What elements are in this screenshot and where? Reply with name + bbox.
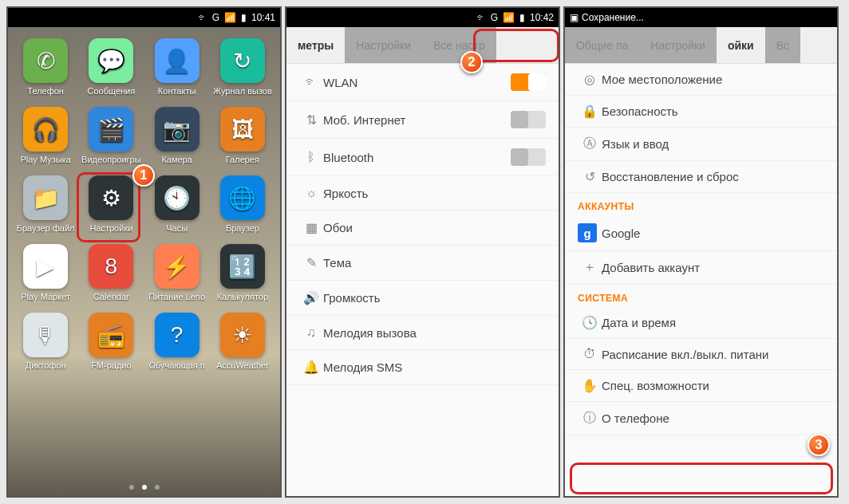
row-brightness[interactable]: ☼Яркость: [286, 176, 559, 211]
row-location[interactable]: ◎Мое местоположение: [565, 64, 837, 96]
wifi-icon: ᯤ: [198, 12, 207, 23]
app-label: Play Маркет: [21, 292, 70, 301]
app-video[interactable]: 🎬Видеопроигры: [78, 107, 144, 164]
row-reset[interactable]: ↺Восстановление и сброс: [565, 161, 837, 193]
bluetooth-icon: ᛒ: [299, 150, 323, 164]
settings-list[interactable]: ◎Мое местоположение🔒БезопасностьⒶЯзык и …: [565, 64, 837, 496]
app-calculator[interactable]: 🔢Калькулятор: [210, 244, 275, 301]
row-about-phone[interactable]: ⓘО телефоне: [565, 402, 837, 435]
app-tutorial[interactable]: ?Обучающая п: [144, 313, 210, 370]
row-language[interactable]: ⒶЯзык и ввод: [565, 128, 837, 161]
app-phone[interactable]: ✆Телефон: [13, 38, 78, 96]
app-label: Calendar: [93, 292, 129, 301]
app-fm-radio[interactable]: 📻FM-радио: [78, 313, 144, 370]
mobile-data-icon: ⇅: [299, 112, 323, 128]
row-label: Мелодия SMS: [323, 360, 546, 374]
row-schedule-power[interactable]: ⏱Расписание вкл./выкл. питани: [565, 339, 837, 370]
phone-screen-home: ᯤ G 📶 ▮ 10:41 ✆Телефон💬Сообщения👤Контакт…: [6, 6, 282, 498]
row-bluetooth[interactable]: ᛒBluetooth: [286, 139, 559, 176]
row-theme[interactable]: ✎Тема: [286, 246, 559, 281]
app-file-browser[interactable]: 📁Браузер файл: [13, 175, 78, 233]
row-mobile-data[interactable]: ⇅Моб. Интернет: [286, 101, 559, 139]
app-settings[interactable]: ⚙Настройки: [78, 175, 144, 233]
app-messages[interactable]: 💬Сообщения: [78, 38, 144, 96]
battery-icon: ▮: [519, 12, 525, 23]
row-date-time[interactable]: 🕓Дата и время: [565, 307, 837, 339]
app-label: Настройки: [89, 223, 132, 233]
app-gallery[interactable]: 🖼Галерея: [210, 107, 275, 164]
phone-screen-all-settings: ▣ Сохранение... Общие паНастройкиойкиВс …: [563, 6, 839, 498]
row-label: Добавить аккаунт: [602, 261, 824, 274]
app-calendar[interactable]: 8Calendar: [78, 244, 144, 301]
app-camera[interactable]: 📷Камера: [144, 107, 210, 164]
settings-icon: ⚙: [89, 175, 133, 220]
row-label: Тема: [323, 256, 546, 270]
row-wallpaper[interactable]: ▦Обои: [286, 211, 559, 246]
row-security[interactable]: 🔒Безопасность: [565, 96, 837, 128]
page-dot[interactable]: [155, 485, 160, 490]
app-label: Сообщения: [88, 86, 136, 96]
signal-icon: 📶: [224, 12, 236, 23]
sms-tone-icon: 🔔: [299, 360, 323, 375]
calculator-icon: 🔢: [220, 244, 265, 289]
wifi-icon: ᯤ: [476, 12, 486, 23]
app-play-music[interactable]: 🎧Play Музыка: [13, 107, 78, 164]
app-label: Камера: [161, 155, 192, 164]
step-badge-2: 2: [460, 51, 483, 73]
about-phone-icon: ⓘ: [578, 410, 602, 427]
app-label: Браузер файл: [17, 223, 75, 233]
toggle-bluetooth[interactable]: [511, 148, 546, 166]
section-system: СИСТЕМА: [565, 285, 837, 307]
app-recorder[interactable]: 🎙Диктофон: [13, 313, 78, 370]
row-wifi[interactable]: ᯤWLAN: [286, 64, 559, 101]
accessibility-icon: ✋: [578, 378, 602, 393]
security-icon: 🔒: [578, 104, 602, 119]
toggle-mobile-data[interactable]: [511, 111, 546, 128]
play-store-icon: ▶: [23, 244, 68, 289]
clock-text: 10:41: [251, 12, 275, 23]
app-contacts[interactable]: 👤Контакты: [144, 38, 210, 96]
toggle-wifi[interactable]: [511, 73, 546, 91]
app-label: FM-радио: [91, 360, 131, 370]
clock-text: 10:42: [530, 12, 554, 23]
row-label: О телефоне: [602, 411, 824, 425]
row-ringtone[interactable]: ♫Мелодия вызова: [286, 316, 559, 350]
row-label: Мелодия вызова: [323, 326, 546, 340]
row-accessibility[interactable]: ✋Спец. возможности: [565, 370, 837, 402]
row-sms-tone[interactable]: 🔔Мелодия SMS: [286, 350, 559, 385]
row-label: Дата и время: [602, 316, 824, 329]
app-play-store[interactable]: ▶Play Маркет: [13, 244, 78, 301]
app-label: Питание Leno: [148, 292, 205, 301]
app-browser[interactable]: 🌐Браузер: [210, 175, 275, 233]
camera-icon: 📷: [155, 107, 199, 152]
app-call-log[interactable]: ↻Журнал вызов: [210, 38, 275, 96]
app-lenovo-power[interactable]: ⚡Питание Leno: [144, 244, 210, 301]
row-label: Мое местоположение: [602, 73, 824, 86]
app-accuweather[interactable]: ☀AccuWeather: [210, 313, 275, 370]
row-label: Обои: [323, 221, 546, 234]
row-add-account[interactable]: ＋Добавить аккаунт: [565, 251, 837, 285]
browser-icon: 🌐: [220, 175, 265, 220]
accuweather-icon: ☀: [220, 313, 265, 357]
calendar-icon: 8: [89, 244, 133, 289]
page-indicator: [8, 485, 280, 490]
tab-ойки[interactable]: ойки: [717, 27, 765, 63]
settings-list[interactable]: ᯤWLAN⇅Моб. ИнтернетᛒBluetooth☼Яркость▦Об…: [286, 64, 559, 496]
row-google[interactable]: gGoogle: [565, 215, 837, 251]
tab-Общие па[interactable]: Общие па: [565, 27, 639, 63]
gallery-icon: 🖼: [220, 107, 265, 152]
schedule-power-icon: ⏱: [578, 347, 602, 361]
volume-icon: 🔊: [299, 290, 323, 305]
tab-Настройки[interactable]: Настройки: [639, 27, 717, 63]
app-label: Браузер: [226, 223, 259, 233]
page-dot[interactable]: [129, 485, 134, 490]
tab-Все настр[interactable]: Все настр: [422, 27, 496, 63]
call-log-icon: ↻: [220, 38, 265, 83]
page-dot-active[interactable]: [142, 485, 147, 490]
tab-Настройки[interactable]: Настройки: [345, 27, 422, 63]
tab-метры[interactable]: метры: [286, 27, 345, 63]
row-volume[interactable]: 🔊Громкость: [286, 281, 559, 316]
contacts-icon: 👤: [155, 38, 199, 83]
app-clock[interactable]: 🕙Часы: [144, 175, 210, 233]
tab-Вс[interactable]: Вс: [765, 27, 800, 63]
